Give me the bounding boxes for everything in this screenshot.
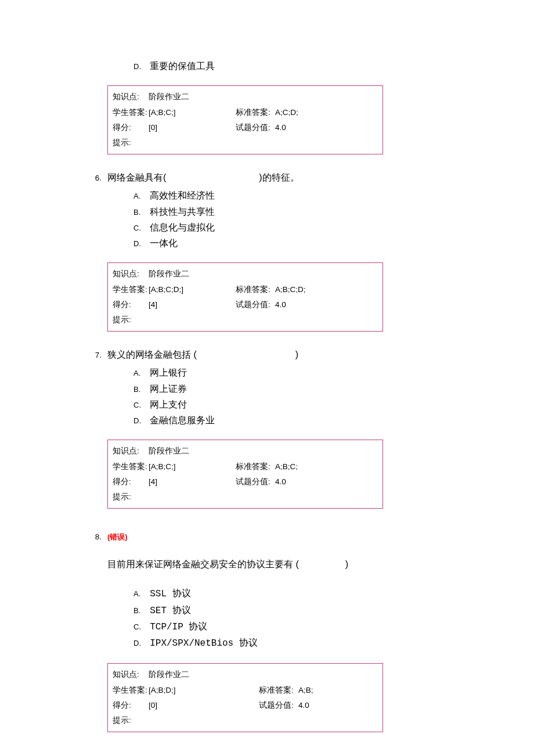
option-text: 网上银行 [150, 368, 187, 377]
option-text: 重要的保值工具 [150, 61, 215, 71]
question-number: 7. [0, 351, 107, 359]
question-text-pre: 狭义的网络金融包括 ( [107, 350, 197, 359]
option-a: A. 网上银行 [134, 365, 534, 380]
page: D. 重要的保值工具 知识点: 阶段作业二 学生答案: [A;B;C;] 标准答… [0, 0, 534, 756]
option-letter: C. [134, 399, 143, 412]
sa-value: [A;B;D;] [149, 683, 259, 698]
option-c: C. TCP/IP 协议 [134, 619, 534, 635]
score-label: 得分: [113, 120, 149, 135]
option-c: C. 网上支付 [134, 397, 534, 412]
ca-label: 标准答案: [236, 282, 275, 297]
option-letter: D. [134, 237, 143, 250]
question-7-block: 7. 狭义的网络金融包括 () A. 网上银行 B. 网上证券 C. 网上支付 … [0, 349, 534, 509]
question-7-line: 7. 狭义的网络金融包括 () [0, 349, 534, 361]
option-text: 信息化与虚拟化 [150, 222, 215, 232]
question-6-line: 6. 网络金融具有()的特征。 [0, 172, 534, 184]
question-6-block: 6. 网络金融具有()的特征。 A. 高效性和经济性 B. 科技性与共享性 C.… [0, 172, 534, 332]
kp-value: 阶段作业二 [149, 267, 236, 282]
ca-value: A;B; [298, 683, 378, 698]
sa-value: [A;B;C;] [149, 105, 236, 120]
option-list: A. 网上银行 B. 网上证券 C. 网上支付 D. 金融信息服务业 [0, 365, 534, 428]
option-letter: B. [134, 206, 143, 219]
pv-value: 4.0 [275, 120, 378, 135]
option-text: SSL 协议 [150, 589, 190, 599]
option-list: D. 重要的保值工具 [0, 58, 534, 74]
option-letter: D. [134, 637, 143, 650]
sa-label: 学生答案: [113, 282, 149, 297]
option-text: 金融信息服务业 [150, 415, 215, 425]
option-text: IPX/SPX/NetBios 协议 [150, 638, 258, 649]
pv-value: 4.0 [275, 474, 378, 489]
answer-info-box-6: 知识点: 阶段作业二 学生答案: [A;B;C;D;] 标准答案: A;B;C;… [107, 262, 383, 332]
kp-value: 阶段作业二 [149, 667, 236, 682]
pv-label: 试题分值: [236, 297, 275, 312]
option-letter: D. [134, 415, 143, 427]
question-text: 网络金融具有()的特征。 [107, 172, 300, 184]
pv-label: 试题分值: [259, 698, 298, 713]
score-value: [4] [149, 474, 236, 489]
hint-label: 提示: [113, 312, 149, 327]
score-label: 得分: [113, 297, 149, 312]
ca-label: 标准答案: [236, 459, 275, 474]
question-8-block: 8. (错误) 目前用来保证网络金融交易安全的协议主要有 () A. SSL 协… [0, 532, 534, 732]
hint-label: 提示: [113, 489, 149, 505]
pv-label: 试题分值: [236, 474, 275, 489]
option-letter: A. [134, 588, 143, 600]
sa-label: 学生答案: [113, 683, 149, 698]
option-d: D. 金融信息服务业 [134, 412, 534, 428]
answer-info-box-8: 知识点: 阶段作业二 学生答案: [A;B;D;] 标准答案: A;B; 得分:… [107, 663, 383, 732]
pv-value: 4.0 [298, 698, 378, 713]
ca-value: A;C;D; [275, 105, 378, 120]
question-text-post: ) [345, 559, 348, 569]
option-text: TCP/IP 协议 [150, 622, 207, 632]
answer-info-box-7: 知识点: 阶段作业二 学生答案: [A;B;C;] 标准答案: A;B;C; 得… [107, 440, 383, 509]
question-text-post: )的特征。 [259, 172, 299, 182]
option-a: A. 高效性和经济性 [134, 188, 534, 203]
kp-label: 知识点: [113, 89, 149, 105]
question-number: 6. [0, 174, 107, 182]
option-letter: C. [134, 621, 143, 633]
option-d: D. IPX/SPX/NetBios 协议 [134, 635, 534, 651]
kp-value: 阶段作业二 [149, 444, 236, 459]
ca-value: A;B;C;D; [275, 282, 378, 297]
option-list: A. 高效性和经济性 B. 科技性与共享性 C. 信息化与虚拟化 D. 一体化 [0, 188, 534, 251]
option-c: C. 信息化与虚拟化 [134, 219, 534, 235]
option-text: 一体化 [150, 238, 178, 248]
option-letter: C. [134, 222, 143, 235]
option-b: B. 科技性与共享性 [134, 204, 534, 219]
option-letter: D. [134, 60, 143, 73]
sa-value: [A;B;C;] [149, 459, 236, 474]
score-label: 得分: [113, 698, 149, 713]
sa-value: [A;B;C;D;] [149, 282, 236, 297]
score-value: [4] [149, 297, 236, 312]
sa-label: 学生答案: [113, 459, 149, 474]
pv-label: 试题分值: [236, 120, 275, 135]
sa-label: 学生答案: [113, 105, 149, 120]
question-8-line: 8. (错误) [0, 532, 534, 542]
question-8-text: 目前用来保证网络金融交易安全的协议主要有 () [107, 559, 534, 571]
option-b: B. SET 协议 [134, 603, 534, 619]
question-5-block: D. 重要的保值工具 知识点: 阶段作业二 学生答案: [A;B;C;] 标准答… [0, 58, 534, 154]
score-value: [0] [149, 120, 236, 135]
option-text: 高效性和经济性 [150, 190, 215, 200]
option-text: 科技性与共享性 [150, 207, 215, 217]
option-b: B. 网上证券 [134, 381, 534, 397]
kp-label: 知识点: [113, 667, 149, 682]
option-a: A. SSL 协议 [134, 586, 534, 602]
option-d: D. 一体化 [134, 235, 534, 251]
question-text: 狭义的网络金融包括 () [107, 349, 298, 361]
option-letter: A. [134, 190, 143, 203]
option-letter: B. [134, 383, 143, 396]
answer-info-box-5: 知识点: 阶段作业二 学生答案: [A;B;C;] 标准答案: A;C;D; 得… [107, 85, 383, 154]
score-label: 得分: [113, 474, 149, 489]
option-list: A. SSL 协议 B. SET 协议 C. TCP/IP 协议 D. IPX/… [0, 586, 534, 651]
hint-label: 提示: [113, 713, 149, 728]
kp-value: 阶段作业二 [149, 89, 236, 105]
option-letter: B. [134, 604, 143, 617]
question-text-post: ) [295, 350, 298, 359]
ca-label: 标准答案: [259, 683, 298, 698]
option-letter: A. [134, 367, 143, 380]
hint-label: 提示: [113, 135, 149, 150]
question-text-pre: 网络金融具有( [107, 172, 166, 182]
option-text: 网上支付 [150, 399, 187, 409]
